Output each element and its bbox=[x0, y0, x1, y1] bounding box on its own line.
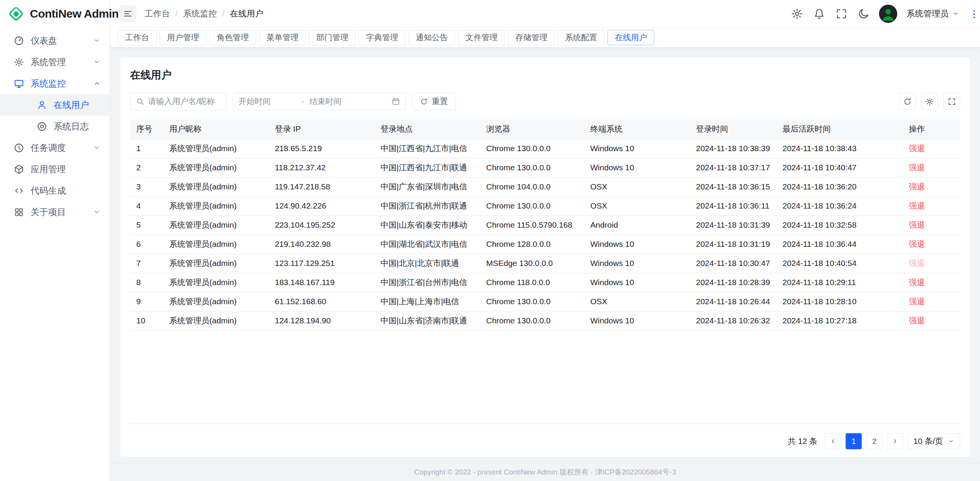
cell-os: Windows 10 bbox=[584, 254, 690, 273]
more-options-button[interactable] bbox=[969, 8, 980, 21]
breadcrumb-item[interactable]: 工作台 bbox=[145, 8, 170, 20]
header-right: 系统管理员 bbox=[791, 5, 971, 23]
clock-icon bbox=[14, 143, 24, 153]
tab-label: 部门管理 bbox=[316, 32, 348, 43]
page-2-button[interactable]: 2 bbox=[866, 433, 882, 449]
cell-nickname: 系统管理员(admin) bbox=[163, 215, 269, 235]
table-row: 2系统管理员(admin)118.212.37.42中国|江西省|九江市|联通C… bbox=[130, 158, 960, 177]
force-logout-link[interactable]: 强退 bbox=[909, 259, 925, 267]
tab-6[interactable]: 通知公告 bbox=[408, 30, 455, 45]
force-logout-link[interactable]: 强退 bbox=[909, 163, 925, 172]
tab-7[interactable]: 文件管理 bbox=[458, 30, 505, 45]
sidebar-item-app-management[interactable]: 应用管理 bbox=[0, 158, 110, 180]
fullscreen-icon bbox=[947, 97, 956, 106]
cell-action: 强退 bbox=[903, 196, 960, 215]
next-page-button[interactable] bbox=[887, 433, 903, 449]
tab-1[interactable]: 用户管理 bbox=[160, 30, 206, 45]
user-menu[interactable]: 系统管理员 bbox=[906, 8, 959, 20]
sidebar-item-online-users[interactable]: 在线用户 bbox=[0, 94, 110, 116]
tab-0[interactable]: 工作台 bbox=[118, 30, 157, 45]
prev-page-button[interactable] bbox=[825, 433, 841, 449]
force-logout-link[interactable]: 强退 bbox=[909, 278, 925, 287]
sidebar-item-dashboard[interactable]: 仪表盘 bbox=[0, 30, 110, 51]
cell-login_time: 2024-11-18 10:26:32 bbox=[690, 311, 776, 330]
sidebar-item-code-generation[interactable]: 代码生成 bbox=[0, 180, 110, 201]
reset-button[interactable]: 重置 bbox=[412, 93, 456, 110]
chevron-down-icon bbox=[93, 144, 101, 152]
cell-browser: Chrome 130.0.0.0 bbox=[480, 139, 584, 158]
force-logout-link[interactable]: 强退 bbox=[909, 316, 925, 325]
cell-nickname: 系统管理员(admin) bbox=[163, 196, 269, 215]
tab-4[interactable]: 部门管理 bbox=[309, 30, 356, 45]
online-users-table: 序号用户昵称登录 IP登录地点浏览器终端系统登录时间最后活跃时间操作 1系统管理… bbox=[130, 119, 960, 331]
cell-action: 强退 bbox=[903, 158, 960, 177]
cell-os: OSX bbox=[584, 177, 690, 196]
header-action-icons bbox=[791, 8, 870, 20]
sidebar-collapse-button[interactable] bbox=[119, 5, 136, 22]
app-logo-icon bbox=[8, 5, 24, 22]
cell-login_time: 2024-11-18 10:38:39 bbox=[690, 139, 776, 158]
fullscreen-button[interactable] bbox=[835, 8, 848, 20]
cell-action: 强退 bbox=[903, 139, 960, 158]
tab-9[interactable]: 系统配置 bbox=[558, 30, 604, 45]
end-date-field[interactable] bbox=[309, 97, 367, 106]
sidebar-item-label: 仪表盘 bbox=[31, 35, 87, 47]
moon-button[interactable] bbox=[858, 8, 870, 20]
calendar-icon bbox=[392, 97, 400, 106]
cell-location: 中国|上海|上海市|电信 bbox=[374, 292, 480, 311]
page-list: 12 bbox=[846, 433, 882, 449]
app-logo[interactable]: ContiNew Admin bbox=[0, 0, 110, 28]
table-row: 4系统管理员(admin)124.90.42.226中国|浙江省|杭州市|联通C… bbox=[130, 196, 960, 215]
tab-5[interactable]: 字典管理 bbox=[359, 30, 405, 45]
column-header: 登录 IP bbox=[269, 119, 374, 139]
force-logout-link[interactable]: 强退 bbox=[909, 144, 925, 153]
column-settings-button[interactable] bbox=[921, 93, 938, 110]
app-title: ContiNew Admin bbox=[30, 7, 119, 20]
sidebar-item-task-scheduler[interactable]: 任务调度 bbox=[0, 137, 110, 158]
search-input[interactable] bbox=[130, 93, 227, 110]
force-logout-link[interactable]: 强退 bbox=[909, 240, 925, 248]
page-1-button[interactable]: 1 bbox=[846, 433, 862, 449]
cell-index: 3 bbox=[130, 177, 163, 196]
cell-last_active: 2024-11-18 10:29:11 bbox=[776, 273, 903, 292]
fullscreen-icon bbox=[835, 8, 848, 20]
cell-login_time: 2024-11-18 10:28:39 bbox=[690, 273, 776, 292]
settings-button[interactable] bbox=[791, 8, 803, 20]
tab-10[interactable]: 在线用户 bbox=[608, 30, 654, 45]
cell-ip: 124.90.42.226 bbox=[269, 196, 374, 215]
tab-8[interactable]: 存储管理 bbox=[508, 30, 555, 45]
sidebar: ContiNew Admin 仪表盘系统管理系统监控在线用户系统日志任务调度应用… bbox=[0, 0, 110, 481]
sidebar-item-system-management[interactable]: 系统管理 bbox=[0, 51, 110, 73]
tab-3[interactable]: 菜单管理 bbox=[259, 30, 306, 45]
chevron-down-icon bbox=[93, 58, 101, 66]
force-logout-link[interactable]: 强退 bbox=[909, 182, 925, 191]
breadcrumb-item[interactable]: 系统监控 bbox=[183, 8, 217, 20]
bell-button[interactable] bbox=[813, 8, 825, 20]
cell-index: 4 bbox=[130, 196, 163, 215]
sidebar-item-about-project[interactable]: 关于项目 bbox=[0, 201, 110, 223]
sidebar-item-system-monitor[interactable]: 系统监控 bbox=[0, 73, 110, 94]
table-row: 5系统管理员(admin)223.104.195.252中国|山东省|泰安市|移… bbox=[130, 215, 960, 235]
page-size-select[interactable]: 10 条/页 bbox=[908, 433, 960, 449]
moon-icon bbox=[858, 8, 870, 20]
refresh-table-button[interactable] bbox=[899, 93, 916, 110]
force-logout-link[interactable]: 强退 bbox=[909, 201, 925, 210]
force-logout-link[interactable]: 强退 bbox=[909, 297, 925, 306]
column-header: 用户昵称 bbox=[163, 119, 269, 139]
force-logout-link[interactable]: 强退 bbox=[909, 220, 925, 229]
cell-action: 强退 bbox=[903, 311, 960, 330]
header-left: 工作台/系统监控/在线用户 bbox=[119, 5, 263, 22]
tab-2[interactable]: 角色管理 bbox=[209, 30, 256, 45]
sidebar-item-system-logs[interactable]: 系统日志 bbox=[0, 116, 110, 137]
date-range-picker[interactable]: - bbox=[233, 93, 406, 110]
cell-last_active: 2024-11-18 10:28:10 bbox=[776, 292, 903, 311]
start-date-field[interactable] bbox=[238, 97, 296, 106]
cell-last_active: 2024-11-18 10:40:54 bbox=[776, 254, 903, 273]
fullscreen-table-button[interactable] bbox=[943, 93, 960, 110]
avatar[interactable] bbox=[879, 5, 897, 23]
settings-icon bbox=[791, 8, 803, 20]
refresh-icon bbox=[903, 97, 912, 106]
search-field[interactable] bbox=[148, 97, 221, 106]
table-row: 10系统管理员(admin)124.128.194.90中国|山东省|济南市|联… bbox=[130, 311, 960, 330]
cell-os: OSX bbox=[584, 196, 690, 215]
